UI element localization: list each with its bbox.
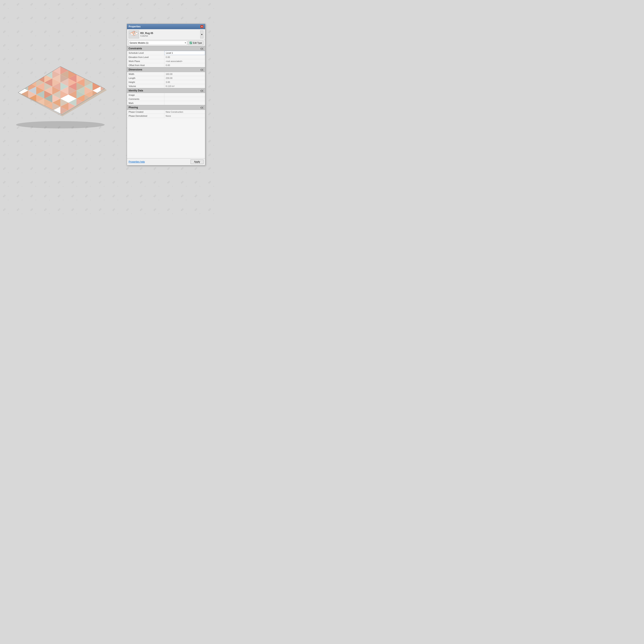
table-row: Comments xyxy=(127,97,205,101)
prop-label-height: Height xyxy=(127,80,164,84)
prop-label-image: Image xyxy=(127,93,164,97)
prop-label-mark: Mark xyxy=(127,101,164,105)
table-row: Length 230.00 xyxy=(127,76,205,80)
table-row: Image xyxy=(127,93,205,97)
edit-type-button[interactable]: Edit Type xyxy=(188,41,203,45)
prop-label-work-plane: Work Plane xyxy=(127,59,164,63)
collapse-icon[interactable]: ❮❮ xyxy=(200,106,203,109)
svg-marker-75 xyxy=(28,103,36,111)
prop-value-offset: 0.00 xyxy=(164,63,205,67)
panel-footer: Properties help Apply xyxy=(127,158,205,165)
svg-marker-66 xyxy=(85,103,93,111)
table-row: Height 3.00 xyxy=(127,80,205,84)
svg-marker-63 xyxy=(20,99,28,107)
category-dropdown[interactable]: Generic Models (1) ▼ xyxy=(129,41,187,45)
prop-value-image xyxy=(164,93,205,97)
table-row: Width 160.00 xyxy=(127,72,205,76)
properties-panel: Properties ✕ xyxy=(127,24,205,165)
prop-value-mark xyxy=(164,101,205,105)
table-row: Mark xyxy=(127,101,205,105)
prop-label-phase-created: Phase Created xyxy=(127,110,164,114)
type-dropdown-arrow[interactable]: ▼ xyxy=(200,30,203,38)
table-row: Schedule Level Level 1 xyxy=(127,51,205,55)
prop-label-length: Length xyxy=(127,76,164,80)
prop-value-work-plane: <not associated> xyxy=(164,59,205,63)
svg-marker-84 xyxy=(36,111,44,119)
type-info: RD_Rug 05 Colorful xyxy=(140,32,199,37)
section-constraints: Constraints ❮❮ xyxy=(127,46,205,51)
prop-label-phase-demolished: Phase Demolished xyxy=(127,114,164,118)
section-dimensions: Dimensions ❮❮ xyxy=(127,67,205,72)
empty-space xyxy=(127,118,205,158)
dropdown-value: Generic Models (1) xyxy=(130,42,149,44)
type-thumbnail xyxy=(129,30,139,38)
apply-button[interactable]: Apply xyxy=(191,160,203,164)
prop-label-offset: Offset from Host xyxy=(127,63,164,67)
edit-type-label: Edit Type xyxy=(193,42,202,44)
prop-label-schedule-level: Schedule Level xyxy=(127,51,164,55)
selector-row: Generic Models (1) ▼ Edit Type xyxy=(127,40,205,46)
table-row: Phase Demolished None xyxy=(127,114,205,118)
rug-illustration xyxy=(12,60,109,129)
section-identity-data: Identity Data ❮❮ xyxy=(127,88,205,93)
table-row: Phase Created New Construction xyxy=(127,110,205,114)
table-row: Work Plane <not associated> xyxy=(127,59,205,63)
prop-value-volume: 0.110 m3 xyxy=(164,84,205,88)
prop-label-volume: Volume xyxy=(127,84,164,88)
close-button[interactable]: ✕ xyxy=(200,25,203,28)
table-row: Offset from Host 0.00 xyxy=(127,63,205,67)
collapse-icon[interactable]: ❮❮ xyxy=(200,47,203,50)
collapse-icon[interactable]: ❮❮ xyxy=(200,90,203,92)
prop-label-elevation: Elevation from Level xyxy=(127,55,164,59)
type-name: RD_Rug 05 xyxy=(140,32,199,35)
prop-value-width: 160.00 xyxy=(164,72,205,76)
prop-value-comments xyxy=(164,97,205,101)
svg-marker-35 xyxy=(101,95,105,99)
prop-value-phase-demolished: None xyxy=(164,114,205,118)
prop-value-phase-created: New Construction xyxy=(164,110,205,114)
prop-value-elevation: 0.00 xyxy=(164,55,205,59)
type-row: RD_Rug 05 Colorful ▼ xyxy=(127,29,205,40)
properties-table: Constraints ❮❮ Schedule Level Level 1 El… xyxy=(127,46,205,158)
type-category: Colorful xyxy=(140,35,199,37)
svg-marker-52 xyxy=(93,99,101,107)
panel-titlebar: Properties ✕ xyxy=(127,24,205,29)
svg-marker-78 xyxy=(76,107,85,115)
prop-value-length: 230.00 xyxy=(164,76,205,80)
properties-help-link[interactable]: Properties help xyxy=(129,160,145,163)
chevron-down-icon: ▼ xyxy=(184,42,186,44)
prop-label-width: Width xyxy=(127,72,164,76)
table-row: Elevation from Level 0.00 xyxy=(127,55,205,59)
prop-value-height: 3.00 xyxy=(164,80,205,84)
edit-type-icon xyxy=(189,41,192,44)
prop-value-schedule-level[interactable]: Level 1 xyxy=(164,51,205,55)
table-row: Volume 0.110 m3 xyxy=(127,84,205,88)
panel-title: Properties xyxy=(129,25,140,28)
svg-point-3 xyxy=(16,121,105,128)
collapse-icon[interactable]: ❮❮ xyxy=(200,69,203,71)
prop-label-comments: Comments xyxy=(127,97,164,101)
section-phasing: Phasing ❮❮ xyxy=(127,105,205,110)
